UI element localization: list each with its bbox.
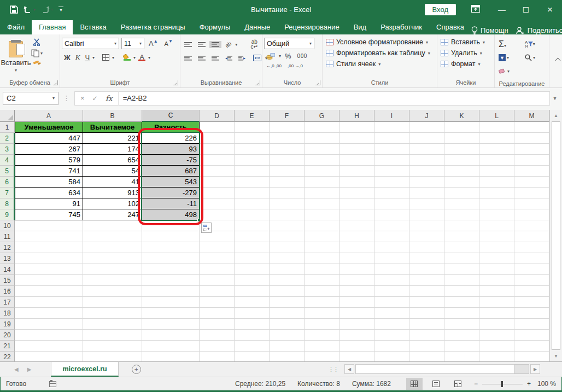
cell-C5[interactable]: 687 <box>142 166 200 177</box>
cell-M2[interactable] <box>514 133 549 144</box>
cell-E8[interactable] <box>235 198 270 209</box>
cell-I11[interactable] <box>374 231 409 242</box>
row-header-16[interactable]: 16 <box>0 286 15 297</box>
cell-L3[interactable] <box>479 144 514 155</box>
cell-A22[interactable] <box>15 352 83 361</box>
alignment-dialog-launcher[interactable] <box>255 80 260 85</box>
cell-D14[interactable] <box>200 264 235 275</box>
cell-F14[interactable] <box>270 264 305 275</box>
percent-style-button[interactable]: % <box>283 51 294 61</box>
cell-M7[interactable] <box>514 188 549 198</box>
help-assistant[interactable]: Помощн <box>471 26 508 34</box>
cell-L19[interactable] <box>479 319 514 330</box>
underline-button[interactable]: Ч <box>83 52 92 63</box>
cell-B3[interactable]: 174 <box>83 144 142 155</box>
cell-I14[interactable] <box>374 264 409 275</box>
tab-формулы[interactable]: Формулы <box>192 20 238 34</box>
scroll-left-icon[interactable]: ◀ <box>344 364 354 374</box>
cell-E6[interactable] <box>235 177 270 188</box>
row-header-1[interactable]: 1 <box>0 122 15 133</box>
cell-F3[interactable] <box>270 144 305 155</box>
cell-H15[interactable] <box>339 275 374 286</box>
cell-D9[interactable] <box>200 209 235 220</box>
row-header-19[interactable]: 19 <box>0 319 15 330</box>
cell-L4[interactable] <box>479 155 514 166</box>
cell-J14[interactable] <box>409 264 444 275</box>
cell-E10[interactable] <box>235 220 270 231</box>
cell-M18[interactable] <box>514 308 549 319</box>
confirm-entry-icon[interactable]: ✓ <box>92 95 98 102</box>
cell-J10[interactable] <box>409 220 444 231</box>
cell-D22[interactable] <box>200 352 235 361</box>
zoom-out-button[interactable]: − <box>474 380 478 388</box>
cell-H2[interactable] <box>339 133 374 144</box>
cell-L16[interactable] <box>479 286 514 297</box>
cell-K2[interactable] <box>444 133 479 144</box>
cell-L12[interactable] <box>479 242 514 253</box>
font-size-select[interactable]: 11▾ <box>121 38 144 49</box>
cell-A7[interactable]: 634 <box>15 188 83 198</box>
cell-B11[interactable] <box>83 231 142 242</box>
column-header-G[interactable]: G <box>305 110 339 122</box>
cell-M20[interactable] <box>514 330 549 341</box>
cell-L2[interactable] <box>479 133 514 144</box>
cell-I12[interactable] <box>374 242 409 253</box>
cell-D21[interactable] <box>200 341 235 352</box>
cell-F17[interactable] <box>270 297 305 308</box>
column-header-H[interactable]: H <box>339 110 374 122</box>
cell-B20[interactable] <box>83 330 142 341</box>
cell-E5[interactable] <box>235 166 270 177</box>
wrap-text-button[interactable]: abc↵ <box>249 38 260 50</box>
underline-dropdown-icon[interactable]: ▾ <box>92 55 95 60</box>
cell-C20[interactable] <box>142 330 200 341</box>
cell-G5[interactable] <box>305 166 339 177</box>
cell-G7[interactable] <box>305 188 339 198</box>
cell-G8[interactable] <box>305 198 339 209</box>
redo-dropdown-icon[interactable]: ▾ <box>51 7 53 12</box>
column-header-J[interactable]: J <box>409 110 444 122</box>
cell-C21[interactable] <box>142 341 200 352</box>
cell-A2[interactable]: 447 <box>15 133 83 144</box>
cell-H10[interactable] <box>339 220 374 231</box>
cell-H8[interactable] <box>339 198 374 209</box>
cell-H18[interactable] <box>339 308 374 319</box>
cell-A11[interactable] <box>15 231 83 242</box>
cell-G2[interactable] <box>305 133 339 144</box>
cell-I19[interactable] <box>374 319 409 330</box>
cell-K1[interactable] <box>444 122 479 133</box>
cell-H1[interactable] <box>339 122 374 133</box>
cell-I10[interactable] <box>374 220 409 231</box>
cell-D17[interactable] <box>200 297 235 308</box>
cell-D2[interactable] <box>200 133 235 144</box>
cell-K9[interactable] <box>444 209 479 220</box>
cell-F18[interactable] <box>270 308 305 319</box>
cell-A16[interactable] <box>15 286 83 297</box>
cell-M16[interactable] <box>514 286 549 297</box>
cell-C14[interactable] <box>142 264 200 275</box>
cell-L8[interactable] <box>479 198 514 209</box>
tab-разметка-страницы[interactable]: Разметка страницы <box>114 20 192 34</box>
cell-A14[interactable] <box>15 264 83 275</box>
tab-файл[interactable]: Файл <box>0 20 32 34</box>
cell-G9[interactable] <box>305 209 339 220</box>
cell-D13[interactable] <box>200 253 235 264</box>
redo-button[interactable]: ▾ <box>41 6 53 14</box>
cell-E18[interactable] <box>235 308 270 319</box>
cell-C10[interactable] <box>142 220 200 231</box>
cell-D18[interactable] <box>200 308 235 319</box>
cell-G4[interactable] <box>305 155 339 166</box>
cell-J3[interactable] <box>409 144 444 155</box>
row-header-13[interactable]: 13 <box>0 253 15 264</box>
save-icon[interactable] <box>10 5 18 14</box>
row-header-4[interactable]: 4 <box>0 155 15 166</box>
cell-M12[interactable] <box>514 242 549 253</box>
align-bottom-button[interactable] <box>209 41 221 48</box>
cell-E7[interactable] <box>235 188 270 198</box>
cell-D5[interactable] <box>200 166 235 177</box>
cell-B12[interactable] <box>83 242 142 253</box>
cell-C19[interactable] <box>142 319 200 330</box>
cell-A8[interactable]: 91 <box>15 198 83 209</box>
number-dialog-launcher[interactable] <box>315 80 320 85</box>
cells-item-2[interactable]: Формат▾ <box>439 59 493 69</box>
cell-L7[interactable] <box>479 188 514 198</box>
